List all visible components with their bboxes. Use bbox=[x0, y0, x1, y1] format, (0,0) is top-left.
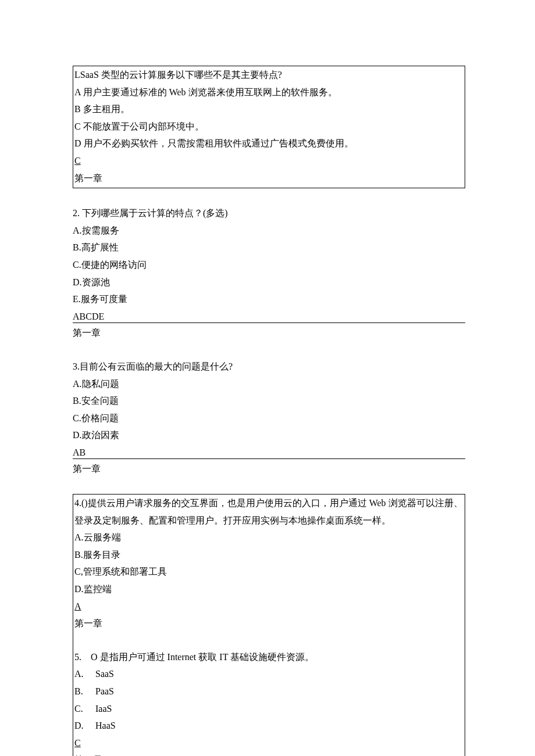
question-block-1: LSaaS 类型的云计算服务以下哪些不是其主要特点? A 用户主要通过标准的 W… bbox=[73, 66, 465, 188]
option-d: D 用户不必购买软件，只需按需租用软件或通过广告模式免费使用。 bbox=[74, 135, 463, 152]
answer: A bbox=[74, 601, 81, 611]
chapter-label: 第一章 bbox=[74, 615, 463, 632]
option-c: C.IaaS bbox=[74, 700, 463, 718]
option-a: A.SaaS bbox=[74, 665, 463, 683]
option-d: D.HaaS bbox=[74, 717, 463, 734]
option-c: C.便捷的网络访问 bbox=[73, 256, 465, 274]
option-a: A.隐私问题 bbox=[73, 375, 465, 393]
question-block-4: 4.()提供云用户请求服务的交互界面，也是用户使用云的入口，用户通过 Web 浏… bbox=[74, 495, 463, 632]
option-b: B.安全问题 bbox=[73, 392, 465, 410]
question-block-5: 5. O 是指用户可通过 Internet 获取 IT 基础设施硬件资源。 A.… bbox=[74, 648, 463, 756]
question-text: 2. 下列哪些属于云计算的特点？(多选) bbox=[73, 205, 465, 222]
question-text: LSaaS 类型的云计算服务以下哪些不是其主要特点? bbox=[74, 66, 463, 84]
option-d: D.政治因素 bbox=[73, 427, 465, 444]
option-b: B.高扩展性 bbox=[73, 239, 465, 256]
option-a: A.按需服务 bbox=[73, 222, 465, 239]
option-a: A.云服务端 bbox=[74, 529, 463, 546]
chapter-label: 第一章 bbox=[73, 460, 465, 478]
option-c: C,管理系统和部署工具 bbox=[74, 563, 463, 581]
question-text: 5. O 是指用户可通过 Internet 获取 IT 基础设施硬件资源。 bbox=[74, 648, 463, 666]
option-c: C 不能放置于公司内部环境中。 bbox=[74, 118, 463, 135]
option-b: B 多主租用。 bbox=[74, 101, 463, 118]
question-block-3: 3.目前公有云面临的最大的问题是什么? A.隐私问题 B.安全问题 C.价格问题… bbox=[73, 358, 465, 478]
chapter-label: 第一早 bbox=[74, 751, 463, 756]
option-b: B.服务目录 bbox=[74, 546, 463, 564]
option-a: A 用户主要通过标准的 Web 浏览器来使用互联网上的软件服务。 bbox=[74, 84, 463, 101]
question-block-2: 2. 下列哪些属于云计算的特点？(多选) A.按需服务 B.高扩展性 C.便捷的… bbox=[73, 205, 465, 342]
option-c: C.价格问题 bbox=[73, 410, 465, 427]
option-d: D.监控端 bbox=[74, 581, 463, 598]
question-text: 4.()提供云用户请求服务的交互界面，也是用户使用云的入口，用户通过 Web 浏… bbox=[74, 495, 463, 529]
answer: C bbox=[74, 156, 81, 166]
option-e: E.服务可度量 bbox=[73, 291, 465, 308]
chapter-label: 第一章 bbox=[73, 324, 465, 342]
question-block-4-5: 4.()提供云用户请求服务的交互界面，也是用户使用云的入口，用户通过 Web 浏… bbox=[73, 494, 465, 756]
chapter-label: 第一章 bbox=[74, 170, 463, 187]
option-b: B.PaaS bbox=[74, 683, 463, 700]
option-d: D.资源池 bbox=[73, 274, 465, 291]
answer: C bbox=[74, 738, 81, 748]
question-text: 3.目前公有云面临的最大的问题是什么? bbox=[73, 358, 465, 375]
